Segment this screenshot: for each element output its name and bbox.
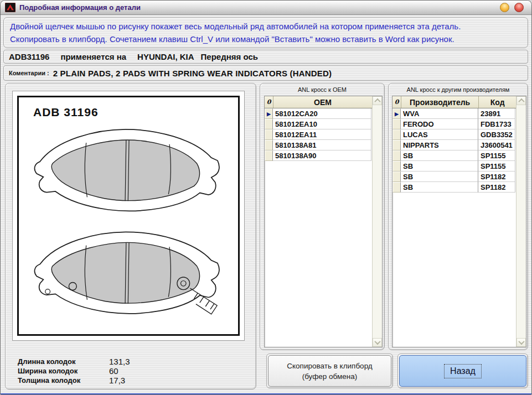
window-bottom-edge (1, 393, 531, 394)
row-indicator (392, 140, 401, 150)
row-indicator (265, 150, 273, 161)
oem-number-cell[interactable]: 581012CA20 (273, 108, 371, 119)
makers-scrollbar[interactable] (516, 96, 526, 347)
part-axle: Передняя ось (201, 52, 258, 61)
table-row[interactable]: LUCASGDB3352 (392, 129, 516, 140)
copy-button-line1: Скопировать в клипборд (287, 361, 372, 371)
brake-pads-drawing[interactable] (19, 121, 238, 330)
maker-cell[interactable]: LUCAS (401, 129, 478, 140)
minimize-icon[interactable] (500, 3, 509, 12)
dimensions-block: Длинна колодок131,3Ширина колодок60Толщи… (18, 357, 200, 385)
makers-table-body: ▶WVA23891FERODOFDB1733LUCASGDB3352NIPPAR… (392, 108, 516, 193)
window-title: Подробная информация о детали (19, 3, 141, 12)
comments-label: Коментарии : (9, 70, 49, 76)
close-icon[interactable] (514, 3, 524, 12)
dimension-label: Длинна колодок (18, 357, 109, 366)
comments-panel: Коментарии : 2 PLAIN PADS, 2 PADS WITH S… (3, 65, 528, 81)
table-row[interactable]: SBSP1182 (392, 171, 516, 182)
detail-info-window: Подробная информация о детали Двойной ще… (0, 0, 532, 395)
table-row[interactable]: NIPPARTSJ3600541 (392, 140, 516, 150)
dimension-row: Толщина колодок17,3 (18, 376, 200, 385)
maker-cell[interactable]: NIPPARTS (401, 140, 478, 150)
back-button[interactable]: Назад (399, 355, 526, 387)
oem-grid: 0 OEM ▶581012CA20581012EA10581012EA11581… (264, 96, 383, 347)
table-row[interactable]: SBSP1155 (392, 161, 516, 171)
row-indicator (392, 150, 401, 161)
row-indicator: ▶ (265, 108, 273, 119)
comments-text: 2 PLAIN PADS, 2 PADS WITH SPRING WEAR IN… (53, 69, 332, 78)
oem-table-body: ▶581012CA20581012EA10581012EA115810138A8… (265, 108, 372, 161)
info-line-2: Скопировать в клипборд. Сочетанием клави… (10, 33, 521, 45)
title-bar[interactable]: Подробная информация о детали (1, 1, 531, 15)
scroll-up-icon[interactable] (373, 96, 382, 105)
code-cell[interactable]: SP1182 (478, 182, 515, 193)
applies-label: применяется на (60, 52, 126, 61)
copy-button-panel: Скопировать в клипборд (буфер обмена) (266, 354, 393, 388)
row-indicator (392, 129, 401, 140)
makers-cross-group: ANL кросс к другим производителям 0 Прои… (388, 83, 528, 350)
table-row[interactable]: SBSP1155 (392, 150, 516, 161)
code-cell[interactable]: SP1182 (478, 171, 515, 182)
picture-frame: ADB 31196 (17, 96, 240, 336)
part-makes: HYUNDAI, KIA (137, 52, 194, 61)
code-cell[interactable]: FDB1733 (478, 119, 515, 129)
table-row[interactable]: 581012EA10 (265, 119, 372, 129)
oem-indicator-header: 0 (265, 96, 273, 108)
makers-grid: 0 Производитель Код ▶WVA23891FERODOFDB17… (392, 96, 526, 347)
code-column-header[interactable]: Код (479, 96, 516, 108)
table-row[interactable]: SBSP1182 (392, 182, 516, 193)
row-indicator (265, 140, 273, 150)
row-indicator (392, 171, 401, 182)
row-indicator (392, 182, 401, 193)
back-button-panel: Назад (397, 354, 528, 388)
maker-cell[interactable]: FERODO (401, 119, 478, 129)
oem-scrollbar[interactable] (372, 96, 382, 347)
picture-part-label: ADB 31196 (33, 106, 99, 119)
part-picture[interactable]: ADB 31196 (12, 91, 245, 341)
picture-group: ADB 31196 (5, 83, 256, 389)
table-row[interactable]: FERODOFDB1733 (392, 119, 516, 129)
scroll-down-icon[interactable] (516, 338, 526, 347)
app-icon (5, 3, 16, 12)
table-row[interactable]: 5810138A81 (265, 140, 372, 150)
scroll-down-icon[interactable] (373, 338, 382, 347)
makers-indicator-header: 0 (392, 96, 401, 108)
dimension-value: 17,3 (109, 376, 125, 385)
oem-number-cell[interactable]: 581012EA10 (273, 119, 371, 129)
part-number: ADB31196 (9, 52, 49, 61)
code-cell[interactable]: SP1155 (478, 150, 515, 161)
table-row[interactable]: ▶581012CA20 (265, 108, 372, 119)
dimension-row: Ширина колодок60 (18, 366, 200, 376)
copy-button-line2: (буфер обмена) (302, 371, 358, 382)
code-cell[interactable]: SP1155 (478, 161, 515, 171)
part-panel: ADB31196 применяется на HYUNDAI, KIA Пер… (3, 50, 528, 64)
row-indicator (265, 129, 273, 140)
code-cell[interactable]: 23891 (478, 108, 515, 119)
maker-cell[interactable]: SB (401, 182, 478, 193)
makers-grid-header: 0 Производитель Код (392, 96, 516, 108)
oem-number-cell[interactable]: 5810138A81 (273, 140, 371, 150)
maker-column-header[interactable]: Производитель (401, 96, 479, 108)
window-controls (500, 3, 527, 12)
maker-cell[interactable]: SB (401, 161, 478, 171)
oem-grid-header: 0 OEM (265, 96, 372, 108)
dimension-label: Ширина колодок (18, 367, 109, 375)
scroll-up-icon[interactable] (516, 96, 526, 105)
info-line-1: Двойной щелчек мышью по рисунку покажет … (10, 20, 521, 33)
table-row[interactable]: 581012EA11 (265, 129, 372, 140)
oem-number-cell[interactable]: 5810138A90 (273, 150, 371, 161)
row-indicator: ▶ (392, 108, 401, 119)
oem-column-header[interactable]: OEM (273, 96, 372, 108)
maker-cell[interactable]: WVA (401, 108, 478, 119)
maker-cell[interactable]: SB (401, 171, 478, 182)
row-indicator (392, 161, 401, 171)
table-row[interactable]: 5810138A90 (265, 150, 372, 161)
code-cell[interactable]: GDB3352 (478, 129, 515, 140)
oem-number-cell[interactable]: 581012EA11 (273, 129, 371, 140)
code-cell[interactable]: J3600541 (478, 140, 515, 150)
back-button-label: Назад (444, 364, 482, 378)
copy-to-clipboard-button[interactable]: Скопировать в клипборд (буфер обмена) (268, 355, 391, 387)
dimension-value: 60 (109, 366, 118, 376)
maker-cell[interactable]: SB (401, 150, 478, 161)
table-row[interactable]: ▶WVA23891 (392, 108, 516, 119)
